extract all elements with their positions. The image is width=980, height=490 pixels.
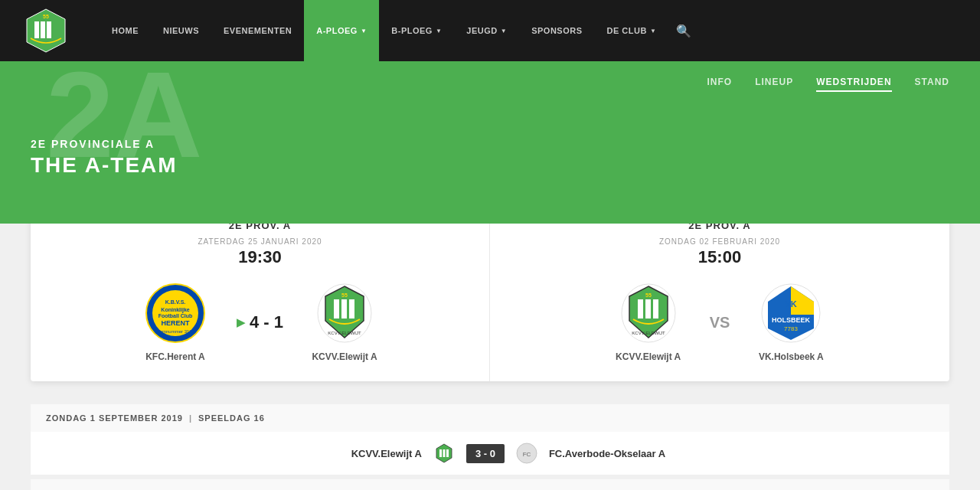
match-teams-1: K.B.V.S. Koninklijke Football Club HEREN… xyxy=(54,283,466,362)
svg-text:55: 55 xyxy=(645,292,652,298)
herent-logo: K.B.V.S. Koninklijke Football Club HEREN… xyxy=(145,283,206,344)
nav-links: HOME NIEUWS EVENEMENTEN A-PLOEG ▼ B-PLOE… xyxy=(100,0,957,61)
nav-evenementen[interactable]: EVENEMENTEN xyxy=(211,0,304,61)
featured-match-2: 2E PROV. A ZONDAG 02 FEBRUARI 2020 15:00… xyxy=(490,201,949,381)
holsbeek-name: VK.Holsbeek A xyxy=(759,351,824,362)
chevron-down-icon: ▼ xyxy=(436,28,442,34)
svg-rect-22 xyxy=(645,299,651,318)
nav-jeugd[interactable]: JEUGD ▼ xyxy=(454,0,519,61)
match-list-item-1: KCVV.Elewijt A 3 - 0 FC FC.Averbode-Okse… xyxy=(31,432,949,475)
match-score-1: ▶ 4 - 1 xyxy=(237,312,283,332)
kcvv-name-1: KCVV.Elewijt A xyxy=(312,351,377,362)
svg-text:K.B.V.S.: K.B.V.S. xyxy=(165,299,186,305)
svg-text:VK: VK xyxy=(786,299,797,309)
hero-team-name: THE A-TEAM xyxy=(31,153,949,178)
holsbeek-logo: VK HOLSBEEK 7783 xyxy=(760,283,822,344)
svg-rect-21 xyxy=(638,299,643,318)
kcvv-logo-2: 55 KCVV ELEWIJT xyxy=(618,283,679,344)
away-logo-icon-1: FC xyxy=(516,443,537,464)
svg-rect-31 xyxy=(439,449,442,457)
score-arrow-icon: ▶ xyxy=(237,316,245,328)
nav-sponsors[interactable]: SPONSORS xyxy=(519,0,594,61)
match-day-date-1: ZONDAG 1 SEPTEMBER 2019 xyxy=(46,413,183,423)
match-day-header-1: ZONDAG 1 SEPTEMBER 2019 | SPEELDAG 16 xyxy=(31,404,949,432)
chevron-down-icon: ▼ xyxy=(650,28,656,34)
match-day-speeldag-1: SPEELDAG 16 xyxy=(198,413,265,423)
svg-rect-32 xyxy=(443,449,445,457)
svg-text:HOLSBEEK: HOLSBEEK xyxy=(772,316,811,324)
svg-text:FC: FC xyxy=(523,451,531,458)
match-time-2: 15:00 xyxy=(513,247,926,267)
team-kcvv-1: 55 KCVV ELEWIJT KCVV.Elewijt A xyxy=(299,283,390,362)
match-day-header-2: ZONDAG 8 SEPTEMBER 2019 | SPEELDAG 2 xyxy=(31,479,949,490)
tab-info[interactable]: INFO xyxy=(707,77,733,92)
nav-home[interactable]: HOME xyxy=(100,0,151,61)
svg-rect-15 xyxy=(341,299,347,318)
svg-rect-2 xyxy=(41,21,45,38)
svg-text:55: 55 xyxy=(341,292,348,298)
nav-aploeg[interactable]: A-PLOEG ▼ xyxy=(304,0,379,61)
nav-bploeg[interactable]: B-PLOEG ▼ xyxy=(379,0,454,61)
herent-name: KFC.Herent A xyxy=(145,351,205,362)
team-holsbeek: VK HOLSBEEK 7783 VK.Holsbeek A xyxy=(745,283,837,362)
match-date-1: ZATERDAG 25 JANUARI 2020 xyxy=(54,237,466,246)
featured-match-1: 2E PROV. A ZATERDAG 25 JANUARI 2020 19:3… xyxy=(31,201,490,381)
match-day-section-1: ZONDAG 1 SEPTEMBER 2019 | SPEELDAG 16 KC… xyxy=(31,404,949,475)
svg-rect-16 xyxy=(349,299,354,318)
chevron-down-icon: ▼ xyxy=(501,28,507,34)
nav-nieuws[interactable]: NIEUWS xyxy=(151,0,211,61)
search-icon[interactable]: 🔍 xyxy=(668,24,699,38)
match-time-1: 19:30 xyxy=(54,247,466,267)
svg-text:Football Club: Football Club xyxy=(158,313,193,318)
match-vs-2: VS xyxy=(710,314,730,332)
match-score-list-1: 3 - 0 xyxy=(466,444,505,463)
featured-matches: 2E PROV. A ZATERDAG 25 JANUARI 2020 19:3… xyxy=(31,201,949,381)
svg-text:HERENT: HERENT xyxy=(161,319,190,327)
away-team-1: FC.Averbode-Okselaar A xyxy=(549,448,665,459)
svg-rect-1 xyxy=(34,21,39,38)
svg-text:KCVV ELEWIJT: KCVV ELEWIJT xyxy=(328,331,361,335)
hero-section: 2A INFO LINEUP WEDSTRIJDEN STAND 2E PROV… xyxy=(0,61,980,224)
main-content: 2E PROV. A ZATERDAG 25 JANUARI 2020 19:3… xyxy=(0,201,980,490)
match-date-2: ZONDAG 02 FEBRUARI 2020 xyxy=(513,237,926,246)
match-day-section-2: ZONDAG 8 SEPTEMBER 2019 | SPEELDAG 2 KCV… xyxy=(31,479,949,490)
svg-text:KCVV ELEWIJT: KCVV ELEWIJT xyxy=(632,331,665,335)
tab-wedstrijden[interactable]: WEDSTRIJDEN xyxy=(816,77,891,92)
svg-rect-23 xyxy=(653,299,658,318)
hero-tabs: INFO LINEUP WEDSTRIJDEN STAND xyxy=(31,77,949,92)
home-team-1: KCVV.Elewijt A xyxy=(315,448,422,459)
svg-text:7783: 7783 xyxy=(784,325,798,332)
logo[interactable]: 55 xyxy=(23,8,69,54)
tab-stand[interactable]: STAND xyxy=(915,77,949,92)
svg-text:stamnummer 3175: stamnummer 3175 xyxy=(156,329,195,334)
svg-text:Koninklijke: Koninklijke xyxy=(161,307,189,313)
svg-rect-14 xyxy=(334,299,339,318)
hero-province: 2E PROVINCIALE A xyxy=(31,138,949,150)
chevron-down-icon: ▼ xyxy=(361,28,367,34)
svg-rect-3 xyxy=(47,21,51,38)
svg-rect-33 xyxy=(446,449,449,457)
home-logo-icon-1 xyxy=(433,443,455,464)
svg-text:55: 55 xyxy=(43,14,49,19)
navbar: 55 HOME NIEUWS EVENEMENTEN A-PLOEG ▼ B-P… xyxy=(0,0,980,61)
match-teams-2: 55 KCVV ELEWIJT KCVV.Elewijt A VS xyxy=(513,283,926,362)
nav-declub[interactable]: DE CLUB ▼ xyxy=(595,0,669,61)
team-herent: K.B.V.S. Koninklijke Football Club HEREN… xyxy=(129,283,221,362)
tab-lineup[interactable]: LINEUP xyxy=(755,77,793,92)
kcvv-name-2: KCVV.Elewijt A xyxy=(616,351,681,362)
hero-title: 2E PROVINCIALE A THE A-TEAM xyxy=(31,138,949,178)
kcvv-logo-1: 55 KCVV ELEWIJT xyxy=(314,283,375,344)
team-kcvv-2: 55 KCVV ELEWIJT KCVV.Elewijt A xyxy=(603,283,694,362)
